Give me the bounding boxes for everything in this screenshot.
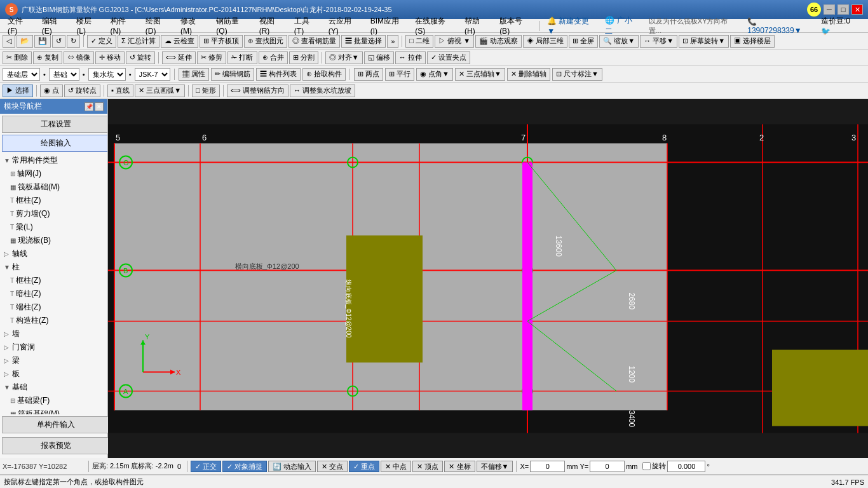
canvas-area[interactable]: 5 6 7 8 2 3 O B A — [108, 99, 868, 458]
layer-select-2[interactable]: 基础 — [49, 68, 79, 81]
tb-break[interactable]: ✁ 打断 — [227, 51, 257, 64]
minimize-btn[interactable]: ─ — [824, 4, 835, 15]
tree-axis[interactable]: ▷ 轴线 — [0, 247, 107, 261]
menu-cloud[interactable]: 云应用(Y) — [323, 15, 365, 37]
sidebar-report-preview[interactable]: 报表预览 — [2, 437, 109, 454]
tb-two-point[interactable]: ⊞ 两点 — [354, 68, 383, 81]
tree-beams[interactable]: ▷ 梁 — [0, 354, 107, 367]
tb-split[interactable]: ⊞ 分割 — [289, 51, 318, 64]
tb-define[interactable]: ✓ 定义 — [87, 35, 116, 48]
tree-wall[interactable]: ▷ 墙 — [0, 327, 107, 341]
tb-rect[interactable]: □ 矩形 — [192, 85, 220, 97]
snap-key-point[interactable]: ✓ 重点 — [349, 461, 379, 472]
tb-select[interactable]: ▶ 选择 — [3, 85, 33, 97]
snap-dynamic[interactable]: 🔄 动态输入 — [268, 461, 316, 472]
layer-select-1[interactable]: 基础层 — [3, 68, 40, 81]
tree-hidden-col[interactable]: T 暗柱(Z) — [0, 287, 107, 301]
layer-select-4[interactable]: JSK-7 — [135, 68, 170, 81]
tree-beam[interactable]: T 梁(L) — [0, 220, 107, 234]
tree-plate[interactable]: ▷ 板 — [0, 367, 107, 381]
tb-point-draw[interactable]: ◉ 点 — [40, 85, 63, 97]
sidebar-single-input[interactable]: 单构件输入 — [2, 416, 109, 433]
sidebar-pin-btn[interactable]: 📌 — [85, 102, 93, 111]
rotate-checkbox[interactable] — [642, 462, 651, 470]
tree-door-window[interactable]: ▷ 门窗洞 — [0, 341, 107, 354]
tb-dim-label[interactable]: ⊡ 尺寸标注▼ — [552, 68, 602, 81]
tb-dynamic-view[interactable]: 🎬 动态观察 — [475, 35, 522, 48]
menu-bim[interactable]: BIM应用(I) — [365, 15, 410, 37]
tb-property[interactable]: ▦ 属性 — [179, 68, 209, 81]
tree-slab-found[interactable]: ▦ 筏板基础(M) — [0, 180, 107, 194]
tb-move[interactable]: ✛ 移动 — [95, 51, 125, 64]
tb-more[interactable]: » — [387, 35, 398, 48]
tb-component-list[interactable]: ☰ 构件列表 — [256, 68, 301, 81]
tb-calculate[interactable]: Σ 汇总计算 — [118, 35, 159, 48]
menu-newchange[interactable]: 🔔 新建变更▼ — [542, 15, 600, 37]
tree-end-col[interactable]: T 端柱(Z) — [0, 301, 107, 314]
tb-undo[interactable]: ↺ — [52, 35, 65, 48]
tb-cloud-check[interactable]: ☁ 云检查 — [161, 35, 198, 48]
tb-set-grip[interactable]: ✓ 设置夹点 — [427, 51, 470, 64]
tb-mirror[interactable]: ⇔ 镜像 — [64, 51, 94, 64]
tb-adjust-pit-slope[interactable]: ↔ 调整集水坑放坡 — [290, 85, 355, 97]
tb-edit-rebar[interactable]: ✏ 编辑钢筋 — [211, 68, 254, 81]
tb-offset[interactable]: ◱ 偏移 — [364, 51, 394, 64]
tb-delete-aux[interactable]: ✕ 删除辅轴 — [507, 68, 550, 81]
tb-fullscreen[interactable]: ⊞ 全屏 — [569, 35, 598, 48]
tree-shear-wall[interactable]: T 剪力墙(Q) — [0, 207, 107, 220]
tb-merge[interactable]: ⊕ 合并 — [259, 51, 288, 64]
tb-local-3d[interactable]: ◈ 局部三维 — [523, 35, 567, 48]
sidebar-drawing-input[interactable]: 绘图输入 — [2, 135, 107, 152]
tb-zoom[interactable]: 🔍 缩放▼ — [599, 35, 639, 48]
snap-coord[interactable]: ✕ 坐标 — [444, 461, 475, 472]
x-input[interactable] — [530, 461, 565, 472]
tb-align-top[interactable]: ⊞ 平齐板顶 — [200, 35, 243, 48]
snap-no-offset[interactable]: 不偏移▼ — [477, 461, 513, 472]
tb-pan[interactable]: ↔ 平移▼ — [640, 35, 677, 48]
tb-rotate[interactable]: ↺ 旋转 — [126, 51, 155, 64]
tb-align[interactable]: ◎ 对齐▼ — [325, 51, 363, 64]
menu-rebar[interactable]: 钢筋量(Q) — [211, 15, 254, 37]
tb-point-angle[interactable]: ◉ 点角▼ — [416, 68, 453, 81]
snap-intersection[interactable]: ✕ 交点 — [317, 461, 348, 472]
menu-floor[interactable]: 楼层(L) — [71, 15, 105, 37]
tb-line[interactable]: ▪ 直线 — [107, 85, 133, 97]
tb-open[interactable]: 📂 — [17, 35, 33, 48]
menu-price[interactable]: 造价豆:0 🐦 — [816, 15, 865, 37]
menu-edit[interactable]: 编辑(E) — [37, 15, 72, 37]
snap-midpoint[interactable]: ✕ 中点 — [381, 461, 411, 472]
tree-framecol2[interactable]: T 框柱(Z) — [0, 274, 107, 287]
menu-draw[interactable]: 绘图(D) — [140, 15, 175, 37]
sidebar-close-btn[interactable]: ✕ — [95, 102, 104, 111]
tb-parallel[interactable]: ⊞ 平行 — [385, 68, 414, 81]
tb-three-point-aux[interactable]: ✕ 三点辅轴▼ — [455, 68, 505, 81]
tree-slab-found2[interactable]: ▦ 筏板基础(M) — [0, 407, 107, 414]
y-input[interactable] — [590, 461, 625, 472]
tb-view-top[interactable]: ▷ 俯视 ▼ — [435, 35, 474, 48]
snap-vertex[interactable]: ✕ 顶点 — [412, 461, 443, 472]
tb-extend[interactable]: ⟺ 延伸 — [162, 51, 196, 64]
menu-phone[interactable]: 📞 13907298339▼ — [742, 16, 816, 36]
menu-file[interactable]: 文件(F) — [3, 15, 37, 37]
tb-three-arc[interactable]: ✕ 三点画弧▼ — [135, 85, 185, 97]
menu-view[interactable]: 视图(R) — [254, 15, 289, 37]
maximize-btn[interactable]: □ — [837, 4, 849, 15]
tb-redo[interactable]: ↻ — [67, 35, 80, 48]
tb-pick-component[interactable]: ⊕ 拾取构件 — [302, 68, 346, 81]
sidebar-project-settings[interactable]: 工程设置 — [2, 116, 107, 133]
snap-object[interactable]: ✓ 对象捕捉 — [222, 461, 267, 472]
tree-frame-col[interactable]: T 框柱(Z) — [0, 194, 107, 207]
layer-select-3[interactable]: 集水坑 — [88, 68, 126, 81]
tb-adjust-rebar-dir[interactable]: ⟺ 调整钢筋方向 — [227, 85, 288, 97]
menu-version[interactable]: 版本号(B) — [494, 15, 536, 37]
menu-tools[interactable]: 工具(T) — [289, 15, 323, 37]
menu-service[interactable]: 在线服务(S) — [410, 15, 459, 37]
tb-delete[interactable]: ✂ 删除 — [3, 51, 32, 64]
menu-modify[interactable]: 修改(M) — [175, 15, 211, 37]
menu-component[interactable]: 构件(N) — [105, 15, 140, 37]
tree-cast-slab[interactable]: ▦ 现浇板(B) — [0, 234, 107, 247]
rotate-input[interactable] — [667, 461, 705, 472]
menu-help[interactable]: 帮助(H) — [459, 15, 494, 37]
tb-rotate-point[interactable]: ↺ 旋转点 — [64, 85, 100, 97]
tb-batch-select[interactable]: ☰ 批量选择 — [341, 35, 386, 48]
